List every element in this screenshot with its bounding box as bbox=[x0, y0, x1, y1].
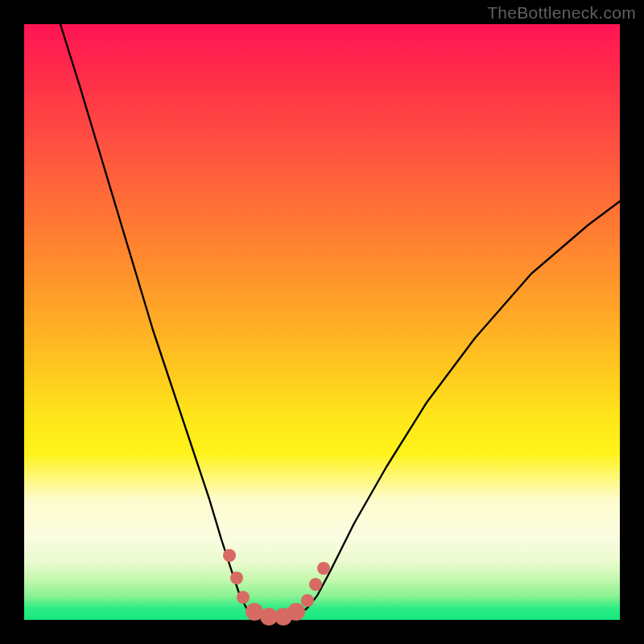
marker-dot bbox=[223, 549, 236, 562]
marker-dot bbox=[309, 578, 322, 591]
watermark-text: TheBottleneck.com bbox=[487, 3, 636, 23]
marker-dot bbox=[237, 591, 250, 604]
marker-dot bbox=[301, 594, 314, 607]
curve-line bbox=[60, 24, 620, 620]
curve-markers bbox=[223, 549, 330, 625]
marker-dot bbox=[230, 572, 243, 584]
bottleneck-curve bbox=[24, 24, 620, 620]
marker-dot bbox=[317, 562, 330, 575]
marker-dot bbox=[287, 603, 305, 621]
chart-frame: TheBottleneck.com bbox=[0, 0, 644, 644]
